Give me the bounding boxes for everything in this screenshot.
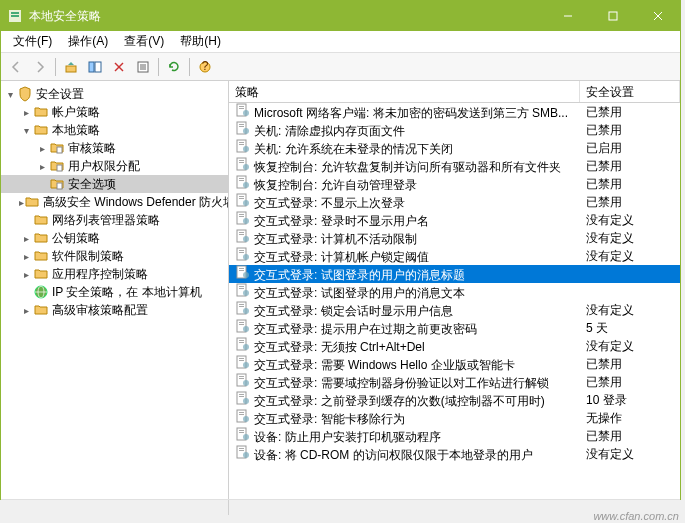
policy-setting: 没有定义 <box>580 247 680 266</box>
svg-rect-78 <box>239 342 244 343</box>
svg-rect-26 <box>239 108 244 109</box>
policy-icon <box>235 427 251 441</box>
list-header: 策略 安全设置 <box>229 81 680 103</box>
tree-toggle-icon[interactable]: ▸ <box>19 269 33 280</box>
tree-node[interactable]: ▸高级安全 Windows Defender 防火墙 <box>1 193 228 211</box>
list-row[interactable]: 关机: 允许系统在未登录的情况下关闭已启用 <box>229 139 680 157</box>
list-row[interactable]: 交互式登录: 登录时不显示用户名没有定义 <box>229 211 680 229</box>
list-row[interactable]: 交互式登录: 不显示上次登录已禁用 <box>229 193 680 211</box>
list-row[interactable]: 恢复控制台: 允许软盘复制并访问所有驱动器和所有文件夹已禁用 <box>229 157 680 175</box>
menu-action[interactable]: 操作(A) <box>60 31 116 52</box>
list-row[interactable]: 交互式登录: 锁定会话时显示用户信息没有定义 <box>229 301 680 319</box>
tree-pane[interactable]: ▾安全设置▸帐户策略▾本地策略▸审核策略▸用户权限分配安全选项▸高级安全 Win… <box>1 81 229 499</box>
list-row[interactable]: 交互式登录: 计算机帐户锁定阈值没有定义 <box>229 247 680 265</box>
policy-name: 交互式登录: 提示用户在过期之前更改密码 <box>254 322 477 336</box>
tree-label: 高级安全 Windows Defender 防火墙 <box>43 194 229 211</box>
back-button[interactable] <box>5 56 27 78</box>
svg-rect-73 <box>239 322 244 323</box>
list-row[interactable]: 设备: 将 CD-ROM 的访问权限仅限于本地登录的用户没有定义 <box>229 445 680 463</box>
list-row[interactable]: 关机: 清除虚拟内存页面文件已禁用 <box>229 121 680 139</box>
policy-name: 关机: 允许系统在未登录的情况下关闭 <box>254 142 453 156</box>
column-setting[interactable]: 安全设置 <box>580 81 680 102</box>
menu-help[interactable]: 帮助(H) <box>172 31 229 52</box>
tree-toggle-icon[interactable]: ▸ <box>35 143 49 154</box>
list-row[interactable]: 交互式登录: 需要域控制器身份验证以对工作站进行解锁已禁用 <box>229 373 680 391</box>
tree-node[interactable]: 安全选项 <box>1 175 228 193</box>
up-button[interactable] <box>60 56 82 78</box>
policy-icon <box>235 139 251 153</box>
policy-icon <box>235 283 251 297</box>
tree-label: 安全选项 <box>68 176 116 193</box>
tree-toggle-icon[interactable]: ▸ <box>19 251 33 262</box>
menu-view[interactable]: 查看(V) <box>116 31 172 52</box>
list-row[interactable]: Microsoft 网络客户端: 将未加密的密码发送到第三方 SMB...已禁用 <box>229 103 680 121</box>
tree-node[interactable]: ▸用户权限分配 <box>1 157 228 175</box>
titlebar: 本地安全策略 <box>1 1 680 31</box>
tree-node[interactable]: ▸高级审核策略配置 <box>1 301 228 319</box>
tree-toggle-icon[interactable]: ▸ <box>19 305 33 316</box>
tree-node[interactable]: ▸公钥策略 <box>1 229 228 247</box>
list-row[interactable]: 交互式登录: 试图登录的用户的消息标题 <box>229 265 680 283</box>
tree-toggle-icon[interactable]: ▾ <box>3 89 17 100</box>
properties-button[interactable] <box>132 56 154 78</box>
list-row[interactable]: 交互式登录: 提示用户在过期之前更改密码5 天 <box>229 319 680 337</box>
policy-name: 交互式登录: 计算机帐户锁定阈值 <box>254 250 429 264</box>
show-hide-tree-button[interactable] <box>84 56 106 78</box>
svg-rect-45 <box>239 196 244 197</box>
menu-file[interactable]: 文件(F) <box>5 31 60 52</box>
policy-icon <box>235 211 251 225</box>
list-row[interactable]: 交互式登录: 需要 Windows Hello 企业版或智能卡已禁用 <box>229 355 680 373</box>
tree-toggle-icon[interactable]: ▾ <box>19 125 33 136</box>
separator <box>55 58 56 76</box>
tree-label: 应用程序控制策略 <box>52 266 148 283</box>
tree-node[interactable]: ▾本地策略 <box>1 121 228 139</box>
list-row[interactable]: 设备: 防止用户安装打印机驱动程序已禁用 <box>229 427 680 445</box>
folder-icon <box>33 302 49 318</box>
list-row[interactable]: 交互式登录: 无须按 Ctrl+Alt+Del没有定义 <box>229 337 680 355</box>
tree-label: 本地策略 <box>52 122 100 139</box>
policy-setting: 10 登录 <box>580 391 680 410</box>
refresh-button[interactable] <box>163 56 185 78</box>
svg-rect-62 <box>239 270 244 271</box>
tree-toggle-icon[interactable]: ▸ <box>35 161 49 172</box>
list-row[interactable]: 交互式登录: 之前登录到缓存的次数(域控制器不可用时)10 登录 <box>229 391 680 409</box>
tree-toggle-icon[interactable]: ▸ <box>19 107 33 118</box>
horizontal-scrollbar[interactable] <box>1 499 680 515</box>
tree-node[interactable]: ▸帐户策略 <box>1 103 228 121</box>
maximize-button[interactable] <box>590 1 635 31</box>
minimize-button[interactable] <box>545 1 590 31</box>
window-title: 本地安全策略 <box>29 8 545 25</box>
policy-name: 交互式登录: 登录时不显示用户名 <box>254 214 429 228</box>
list-row[interactable]: 交互式登录: 智能卡移除行为无操作 <box>229 409 680 427</box>
tree-node[interactable]: ▸软件限制策略 <box>1 247 228 265</box>
policy-setting: 已禁用 <box>580 373 680 392</box>
policy-name: 交互式登录: 需要域控制器身份验证以对工作站进行解锁 <box>254 376 549 390</box>
svg-rect-42 <box>239 180 244 181</box>
tree-node[interactable]: ▸审核策略 <box>1 139 228 157</box>
list-row[interactable]: 交互式登录: 试图登录的用户的消息文本 <box>229 283 680 301</box>
folder-doc-icon <box>49 158 65 174</box>
list-row[interactable]: 恢复控制台: 允许自动管理登录已禁用 <box>229 175 680 193</box>
policy-setting: 已禁用 <box>580 157 680 176</box>
policy-setting: 无操作 <box>580 409 680 428</box>
svg-rect-33 <box>239 142 244 143</box>
close-button[interactable] <box>635 1 680 31</box>
policy-name: 关机: 清除虚拟内存页面文件 <box>254 124 405 138</box>
tree-node[interactable]: ▸应用程序控制策略 <box>1 265 228 283</box>
svg-rect-19 <box>57 165 62 171</box>
policy-name: 交互式登录: 锁定会话时显示用户信息 <box>254 304 453 318</box>
help-button[interactable]: ? <box>194 56 216 78</box>
svg-point-35 <box>243 146 249 152</box>
export-button[interactable] <box>108 56 130 78</box>
column-policy[interactable]: 策略 <box>229 81 580 102</box>
tree-node[interactable]: IP 安全策略，在 本地计算机 <box>1 283 228 301</box>
svg-point-47 <box>243 200 249 206</box>
tree-node[interactable]: 网络列表管理器策略 <box>1 211 228 229</box>
forward-button[interactable] <box>29 56 51 78</box>
policy-icon <box>235 355 251 369</box>
tree-node[interactable]: ▾安全设置 <box>1 85 228 103</box>
svg-rect-9 <box>95 62 101 72</box>
list-row[interactable]: 交互式登录: 计算机不活动限制没有定义 <box>229 229 680 247</box>
tree-toggle-icon[interactable]: ▸ <box>19 233 33 244</box>
list-pane[interactable]: 策略 安全设置 Microsoft 网络客户端: 将未加密的密码发送到第三方 S… <box>229 81 680 499</box>
